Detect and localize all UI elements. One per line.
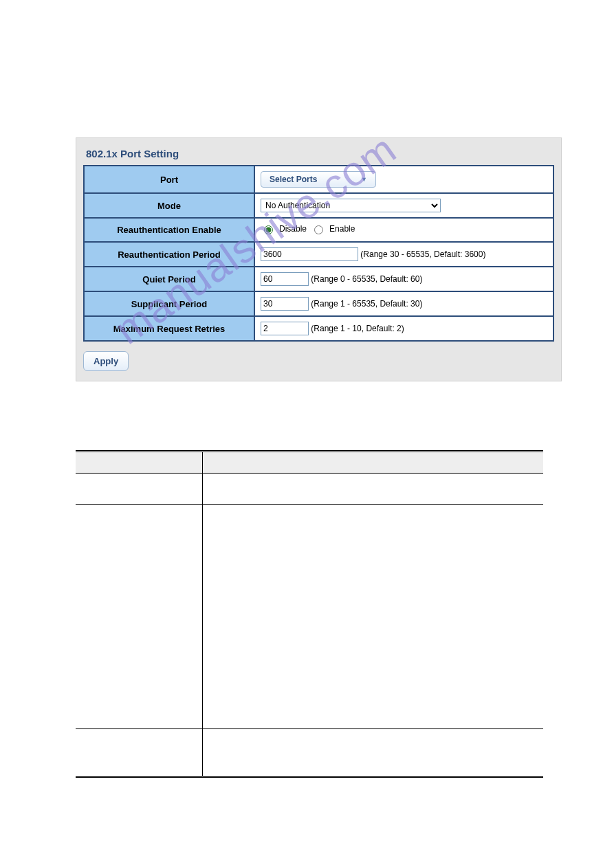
max-retries-label: Maximum Request Retries [84, 316, 254, 341]
table-row [76, 474, 543, 505]
doc-header-right [203, 452, 544, 474]
table-cell-right [203, 505, 544, 729]
supplicant-period-label: Supplicant Period [84, 291, 254, 316]
port-setting-panel: 802.1x Port Setting Port Select Ports ▼ … [76, 137, 562, 381]
mode-select[interactable]: No Authentication [261, 199, 441, 212]
reauth-enable-label: Reauthentication Enable [84, 218, 254, 242]
reauth-enable-radio[interactable] [314, 225, 323, 234]
max-retries-note: (Range 1 - 10, Default: 2) [311, 324, 404, 333]
supplicant-period-input[interactable] [261, 297, 309, 311]
enable-text: Enable [329, 224, 355, 234]
select-ports-label: Select Ports [270, 175, 317, 184]
select-ports-button[interactable]: Select Ports ▼ [261, 171, 376, 188]
table-cell-left [76, 505, 203, 729]
supplicant-period-note: (Range 1 - 65535, Default: 30) [311, 299, 422, 309]
max-retries-input[interactable] [261, 322, 309, 335]
table-row [76, 505, 543, 729]
reauth-period-label: Reauthentication Period [84, 242, 254, 267]
table-cell-left [76, 474, 203, 505]
quiet-period-input[interactable] [261, 272, 309, 286]
doc-description-table [76, 450, 543, 778]
quiet-period-label: Quiet Period [84, 267, 254, 291]
mode-label: Mode [84, 193, 254, 218]
chevron-down-icon: ▼ [361, 176, 367, 183]
disable-text: Disable [279, 224, 307, 234]
table-cell-right [203, 729, 544, 777]
panel-title: 802.1x Port Setting [83, 145, 554, 165]
settings-table: Port Select Ports ▼ Mode No Authenticati… [83, 165, 554, 342]
reauth-disable-radio[interactable] [264, 225, 273, 234]
table-cell-left [76, 729, 203, 777]
apply-button[interactable]: Apply [83, 351, 129, 371]
doc-table-header-row [76, 452, 543, 474]
port-label: Port [84, 166, 254, 193]
reauth-period-input[interactable] [261, 247, 358, 261]
table-row [76, 729, 543, 777]
doc-header-left [76, 452, 203, 474]
table-cell-right [203, 474, 544, 505]
reauth-period-note: (Range 30 - 65535, Default: 3600) [360, 249, 485, 259]
quiet-period-note: (Range 0 - 65535, Default: 60) [311, 274, 422, 284]
